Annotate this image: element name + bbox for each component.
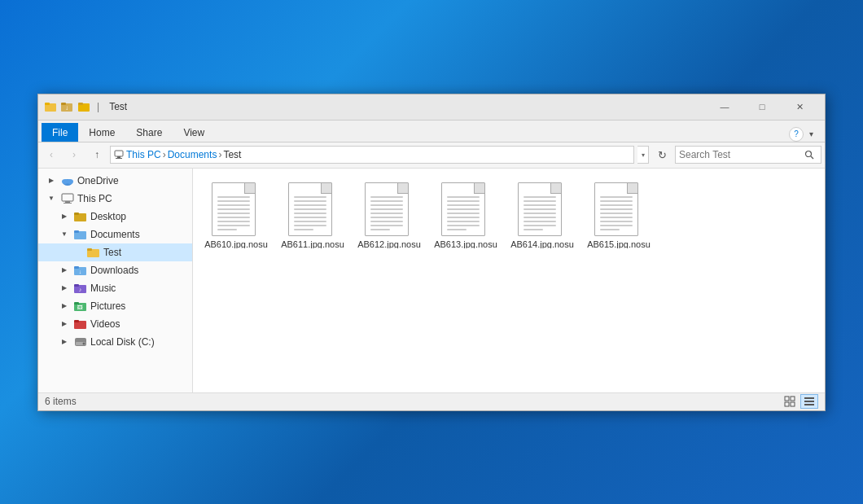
local-disk-icon [74,336,87,348]
sidebar-item-desktop[interactable]: ▶ Desktop [38,208,192,226]
doc-line [217,221,250,222]
expand-icon-onedrive[interactable]: ▶ [45,174,58,187]
expand-icon-videos[interactable]: ▶ [58,318,71,331]
doc-line [600,217,633,218]
doc-line [370,196,403,198]
expand-icon-music[interactable]: ▶ [58,282,71,295]
back-button[interactable]: ‹ [42,145,61,164]
doc-lines [600,196,633,233]
expand-icon-documents[interactable]: ▼ [58,228,71,241]
address-dropdown[interactable]: ▾ [637,146,649,164]
expand-icon-local-disk[interactable]: ▶ [58,335,71,348]
computer-icon [114,150,124,160]
sidebar-label-videos: Videos [90,318,120,330]
sidebar-label-documents: Documents [90,229,140,240]
doc-line [217,204,250,206]
svg-text:🖼: 🖼 [77,305,83,310]
expand-icon-downloads[interactable]: ▶ [58,264,71,277]
downloads-folder-icon: ↓ [74,265,87,276]
file-item[interactable]: AB611.jpg.nosu [276,175,349,252]
help-button[interactable]: ? [789,127,804,142]
svg-rect-21 [74,230,79,233]
title-bar: ↓ | Test — □ ✕ [38,94,825,121]
svg-line-11 [811,156,813,159]
forward-button[interactable]: › [64,145,84,164]
grid-view-button[interactable] [781,394,799,409]
sidebar-item-test[interactable]: Test [38,243,192,261]
computer-icon-sidebar [61,192,74,205]
doc-lines [217,196,250,233]
title-icons: ↓ | [45,100,103,113]
file-item[interactable]: AB612.jpg.nosu [353,175,426,252]
doc-line [523,225,556,226]
tab-home[interactable]: Home [78,123,125,142]
sidebar-item-local-disk[interactable]: ▶ Local Disk (C:) [38,333,192,351]
svg-rect-23 [87,248,92,251]
sidebar-item-documents[interactable]: ▼ Documents [38,226,192,243]
svg-rect-17 [64,203,72,204]
file-item[interactable]: AB615.jpg.nosu [582,175,655,252]
list-view-button[interactable] [800,394,818,409]
sidebar-item-onedrive[interactable]: ▶ OneDrive [38,172,192,190]
svg-rect-40 [785,402,789,406]
videos-folder-icon [74,318,87,330]
file-thumbnail [212,182,261,236]
search-input[interactable] [679,149,801,160]
doc-line [294,217,326,218]
search-box[interactable] [675,146,821,164]
doc-line [370,200,403,202]
doc-line [523,196,556,198]
tab-share[interactable]: Share [125,123,173,142]
status-items-count: 6 items [45,396,77,407]
close-button[interactable]: ✕ [781,94,818,120]
tab-view[interactable]: View [173,123,215,142]
path-this-pc[interactable]: This PC [114,149,161,160]
doc-line [447,200,480,202]
sidebar-item-music[interactable]: ▶ ♪ Music [38,279,192,297]
svg-rect-16 [65,201,70,203]
svg-rect-8 [117,156,120,158]
svg-rect-34 [74,320,79,322]
sidebar-item-videos[interactable]: ▶ Videos [38,315,192,333]
sidebar-item-downloads[interactable]: ▶ ↓ Downloads [38,261,192,279]
sidebar: ▶ OneDrive ▼ [38,169,193,392]
file-item[interactable]: AB614.jpg.nosu [506,175,579,252]
doc-line [447,229,467,230]
expand-icon-desktop[interactable]: ▶ [58,210,71,223]
file-item[interactable]: AB613.jpg.nosu [429,175,502,252]
file-explorer-window: ↓ | Test — □ ✕ File Home Share View [37,94,826,411]
sidebar-item-this-pc[interactable]: ▼ This PC [38,190,192,208]
doc-line [294,208,326,210]
refresh-button[interactable]: ↻ [652,145,672,164]
expand-icon-this-pc[interactable]: ▼ [45,192,58,205]
doc-icon [365,182,409,236]
doc-line [294,229,313,230]
search-button[interactable] [801,147,817,163]
doc-line [370,204,403,206]
folder-icon-pictures: 🖼 [74,300,87,313]
expand-icon-test[interactable] [71,246,84,259]
doc-line [294,204,326,206]
file-item[interactable]: AB610.jpg.nosu [199,175,273,252]
svg-point-37 [83,342,85,344]
svg-rect-7 [115,151,123,156]
doc-line [370,225,403,226]
address-path[interactable]: This PC › Documents › Test [110,146,634,164]
expand-icon-pictures[interactable]: ▶ [58,300,71,313]
doc-lines [370,196,403,233]
path-documents[interactable]: Documents [168,149,217,160]
svg-rect-43 [804,401,814,402]
folder-icon-1 [45,100,58,113]
sidebar-item-pictures[interactable]: ▶ 🖼 Pictures [38,297,192,315]
minimize-button[interactable]: — [706,94,743,120]
ribbon-collapse-button[interactable]: ▾ [804,127,818,142]
tab-file[interactable]: File [42,123,78,142]
svg-rect-42 [804,397,814,399]
path-test: Test [223,149,241,160]
doc-line [600,204,633,206]
sidebar-label-test: Test [103,247,121,258]
up-button[interactable]: ↑ [87,145,107,164]
doc-line [217,200,250,202]
maximize-button[interactable]: □ [743,94,781,120]
svg-rect-15 [62,194,73,201]
